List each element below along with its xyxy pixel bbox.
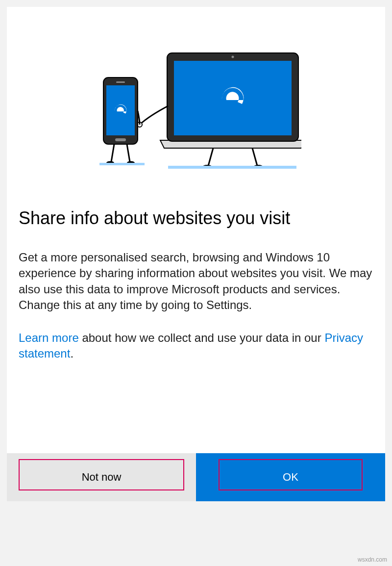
devices-edge-icon: [91, 42, 301, 170]
not-now-button[interactable]: Not now: [7, 453, 196, 501]
svg-line-0: [208, 148, 213, 166]
hero-illustration: [7, 7, 385, 170]
button-row: Not now OK: [7, 453, 385, 501]
paragraph-2-mid: about how we collect and use your data i…: [79, 331, 325, 344]
dialog-title: Share info about websites you visit: [19, 207, 373, 229]
dialog-card: Share info about websites you visit Get …: [7, 7, 385, 501]
svg-rect-15: [116, 81, 125, 83]
svg-rect-4: [168, 166, 296, 169]
not-now-label: Not now: [82, 471, 122, 484]
svg-rect-16: [115, 138, 126, 141]
svg-line-9: [111, 144, 114, 162]
watermark-text: wsxdn.com: [358, 556, 387, 563]
paragraph-2: Learn more about how we collect and use …: [19, 330, 373, 362]
svg-rect-13: [99, 163, 145, 165]
learn-more-link[interactable]: Learn more: [19, 331, 79, 344]
paragraph-2-end: .: [70, 347, 74, 360]
ok-label: OK: [283, 471, 298, 484]
svg-line-1: [252, 148, 257, 166]
paragraph-1: Get a more personalised search, browsing…: [19, 250, 373, 313]
svg-line-10: [127, 144, 130, 162]
svg-point-6: [232, 56, 234, 58]
ok-button[interactable]: OK: [196, 453, 385, 501]
dialog-body: Get a more personalised search, browsing…: [19, 250, 373, 361]
dialog-content: Share info about websites you visit Get …: [7, 170, 385, 378]
